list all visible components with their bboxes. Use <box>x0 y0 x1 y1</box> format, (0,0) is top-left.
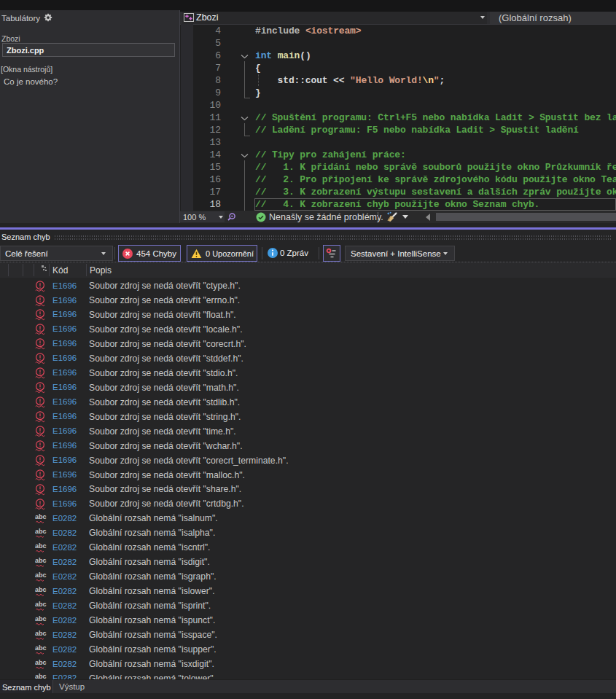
svg-text:abc: abc <box>35 615 47 622</box>
svg-text:abc: abc <box>35 659 47 666</box>
svg-text:abc: abc <box>35 513 47 520</box>
svg-text:abc: abc <box>35 644 47 652</box>
svg-text:abc: abc <box>35 673 47 679</box>
svg-text:abc: abc <box>35 586 47 593</box>
svg-text:abc: abc <box>35 542 47 550</box>
svg-text:abc: abc <box>35 528 47 535</box>
svg-text:abc: abc <box>35 601 47 608</box>
svg-text:abc: abc <box>35 557 47 564</box>
svg-text:abc: abc <box>35 630 47 637</box>
svg-text:abc: abc <box>35 571 47 579</box>
